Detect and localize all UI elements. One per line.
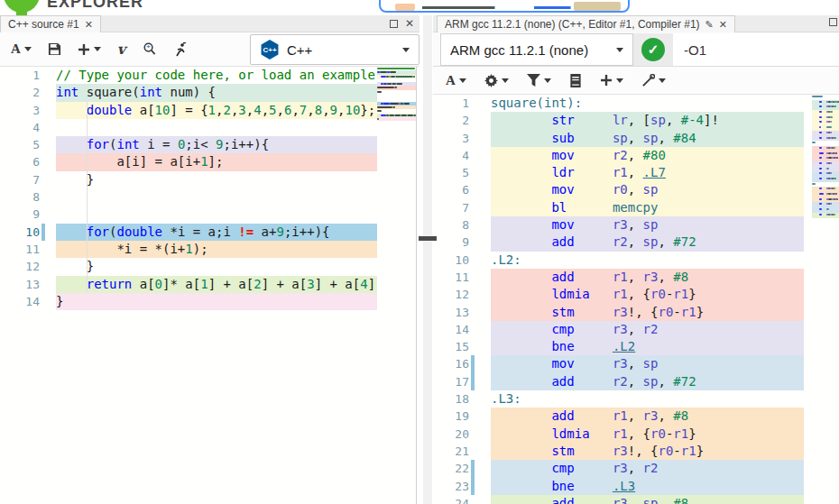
code-line[interactable]: 1square(int): — [433, 95, 839, 112]
code-line-text[interactable]: for(double *i = a;i != a+9;i++){ — [56, 224, 377, 241]
code-line[interactable]: 21 stm r3!, {r0-r1} — [433, 443, 839, 460]
code-line[interactable]: 20 ldmia r1, {r0-r1} — [433, 426, 839, 443]
code-line-text[interactable]: cmp r3, r2 — [491, 321, 804, 338]
edit-pencil-icon[interactable]: ✎ — [705, 20, 714, 30]
compiler-select[interactable]: ARM gcc 11.2.1 (none) — [440, 33, 633, 66]
source-editor[interactable]: 1// Type your code here, or load an exam… — [0, 67, 417, 504]
code-line-text[interactable] — [56, 206, 377, 223]
code-line-text[interactable]: bne .L3 — [491, 478, 804, 495]
code-line[interactable]: 6 a[i] = a[i+1]; — [0, 153, 416, 170]
code-line[interactable]: 22 cmp r3, r2 — [433, 460, 839, 477]
minimap[interactable] — [812, 95, 839, 218]
line-number[interactable]: 5 — [433, 164, 469, 181]
code-line-text[interactable]: int square(int num) { — [56, 84, 377, 101]
code-line[interactable]: 11 *i = *(i+1); — [0, 241, 416, 258]
add-pane-button[interactable] — [600, 74, 623, 87]
code-line-text[interactable]: sub sp, sp, #84 — [491, 130, 804, 147]
code-line[interactable]: 14} — [0, 293, 416, 310]
font-size-button[interactable]: A — [11, 41, 32, 57]
code-line[interactable]: 9 — [0, 206, 416, 223]
code-line-text[interactable]: return a[0]* a[1] + a[2] + a[3] + a[4] — [56, 276, 377, 293]
code-line[interactable]: 8 mov r3, sp — [433, 216, 839, 234]
font-size-button[interactable]: A — [446, 73, 466, 88]
code-line-text[interactable]: mov r2, #80 — [491, 147, 804, 164]
line-number[interactable]: 20 — [433, 426, 469, 443]
compiler-options-input[interactable] — [673, 33, 839, 66]
save-button[interactable] — [48, 42, 61, 56]
search-button[interactable] — [142, 41, 157, 57]
code-line-text[interactable]: ldr r1, .L7 — [491, 164, 804, 181]
line-number[interactable]: 7 — [433, 199, 469, 216]
code-line[interactable]: 10.L2: — [433, 252, 839, 269]
code-line-text[interactable]: } — [56, 293, 377, 310]
code-line[interactable]: 2int square(int num) { — [0, 84, 416, 101]
maximize-icon[interactable] — [829, 18, 837, 26]
line-number[interactable]: 21 — [433, 443, 469, 460]
code-line[interactable]: 6 mov r0, sp — [433, 181, 839, 198]
code-line-text[interactable]: stm r3!, {r0-r1} — [491, 304, 804, 321]
code-line-text[interactable]: bne .L2 — [491, 338, 804, 355]
line-number[interactable]: 5 — [0, 136, 40, 153]
line-number[interactable]: 13 — [0, 276, 40, 293]
code-line[interactable]: 3 double a[10] = {1,2,3,4,5,6,7,8,9,10}; — [0, 102, 416, 119]
code-line[interactable]: 4 — [0, 119, 416, 136]
close-icon[interactable]: ✕ — [85, 20, 93, 30]
code-line-text[interactable]: double a[10] = {1,2,3,4,5,6,7,8,9,10}; — [56, 102, 377, 119]
code-line[interactable]: 3 sub sp, sp, #84 — [433, 130, 839, 147]
code-line[interactable]: 12 } — [0, 258, 416, 275]
line-number[interactable]: 12 — [0, 258, 40, 275]
filter-button[interactable] — [527, 74, 551, 87]
code-line[interactable]: 4 mov r2, #80 — [433, 147, 839, 164]
code-line-text[interactable]: mov r3, sp — [491, 216, 804, 234]
code-line[interactable]: 5 ldr r1, .L7 — [433, 164, 839, 181]
libraries-button[interactable] — [569, 74, 582, 87]
code-line[interactable]: 14 cmp r3, r2 — [433, 321, 839, 338]
line-number[interactable]: 1 — [433, 95, 469, 112]
tools-button[interactable] — [641, 74, 666, 87]
code-line-text[interactable]: } — [56, 171, 377, 188]
code-line[interactable]: 16 mov r3, sp — [433, 355, 839, 372]
line-number[interactable]: 14 — [433, 321, 469, 338]
line-number[interactable]: 24 — [433, 495, 469, 504]
asm-editor[interactable]: 1square(int):2 str lr, [sp, #-4]!3 sub s… — [433, 95, 839, 504]
close-icon[interactable]: ✕ — [719, 20, 727, 30]
code-line[interactable]: 7 } — [0, 171, 416, 188]
code-line-text[interactable]: a[i] = a[i+1]; — [56, 153, 377, 170]
code-line[interactable]: 13 stm r3!, {r0-r1} — [433, 304, 839, 321]
code-line-text[interactable]: stm r3!, {r0-r1} — [491, 443, 804, 460]
code-line-text[interactable]: add r2, sp, #72 — [491, 234, 804, 251]
line-number[interactable]: 7 — [0, 171, 40, 188]
line-number[interactable]: 22 — [433, 460, 469, 477]
line-number[interactable]: 4 — [0, 119, 40, 136]
code-line[interactable]: 15 bne .L2 — [433, 338, 839, 355]
code-line-text[interactable]: ldmia r1, {r0-r1} — [491, 286, 804, 303]
cpp-insights-button[interactable] — [173, 42, 188, 57]
tab-compiler-output[interactable]: ARM gcc 11.2.1 (none) (C++, Editor #1, C… — [437, 15, 735, 32]
line-number[interactable]: 14 — [0, 293, 40, 310]
code-line-text[interactable]: bl memcpy — [491, 199, 804, 216]
line-number[interactable]: 18 — [433, 390, 469, 408]
splitter-drag-handle[interactable] — [419, 236, 437, 241]
code-line-text[interactable] — [56, 188, 377, 206]
tab-cpp-source[interactable]: C++ source #1 ✕ — [0, 15, 101, 32]
line-number[interactable]: 2 — [0, 84, 40, 101]
code-line-text[interactable]: mov r0, sp — [491, 181, 804, 198]
line-number[interactable]: 4 — [433, 147, 469, 164]
code-line-text[interactable]: add r1, r3, #8 — [491, 408, 804, 425]
code-line-text[interactable]: *i = *(i+1); — [56, 241, 377, 258]
line-number[interactable]: 19 — [433, 408, 469, 425]
line-number[interactable]: 6 — [433, 181, 469, 198]
code-line-text[interactable]: square(int): — [491, 95, 804, 112]
pane-splitter[interactable] — [423, 15, 432, 504]
code-line[interactable]: 18.L3: — [433, 390, 839, 408]
code-line[interactable]: 12 ldmia r1, {r0-r1} — [433, 286, 839, 303]
code-line-text[interactable]: .L3: — [491, 390, 804, 408]
code-line-text[interactable]: mov r3, sp — [491, 355, 804, 372]
announcement-banner[interactable]: ▃▃▃▃▃▃▃▃ ▃▃▃▃ — [379, 0, 630, 13]
line-number[interactable]: 11 — [0, 241, 40, 258]
code-line-text[interactable]: } — [56, 258, 377, 275]
code-line[interactable]: 8 — [0, 188, 416, 206]
code-line-text[interactable]: for(int i = 0;i< 9;i++){ — [56, 136, 377, 153]
code-line-text[interactable]: add r1, r3, #8 — [491, 269, 804, 286]
code-line[interactable]: 2 str lr, [sp, #-4]! — [433, 112, 839, 129]
